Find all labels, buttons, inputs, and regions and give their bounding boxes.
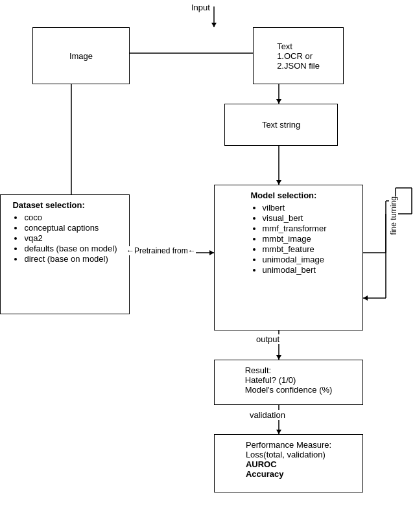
validation-label: validation (250, 410, 285, 420)
performance-box: Performance Measure: Loss(total, validat… (214, 434, 363, 492)
svg-marker-1 (211, 23, 217, 27)
dataset-box: Dataset selection: coco conceptual capti… (0, 194, 130, 314)
svg-line-23 (363, 201, 386, 298)
svg-marker-25 (363, 295, 368, 301)
pretrained-label: ←Pretrained from← (126, 246, 196, 255)
model-box: Model selection: vilbert visual_bert mmf… (214, 185, 363, 330)
text-box: Text 1.OCR or 2.JSON file (253, 27, 344, 84)
svg-marker-11 (209, 250, 214, 255)
svg-marker-13 (276, 355, 281, 360)
output-label: output (256, 334, 279, 344)
svg-marker-4 (276, 99, 281, 104)
fine-turning-label: fine turning (389, 196, 398, 235)
svg-marker-6 (276, 180, 281, 185)
svg-marker-15 (276, 430, 281, 434)
image-box: Image (32, 27, 130, 84)
input-label: Input (191, 3, 210, 12)
diagram: Input Image Text 1.OCR or 2.JSON file Te… (0, 0, 415, 532)
text-string-box: Text string (224, 104, 338, 146)
result-box: Result: Hateful? (1/0) Model's confidenc… (214, 360, 363, 405)
